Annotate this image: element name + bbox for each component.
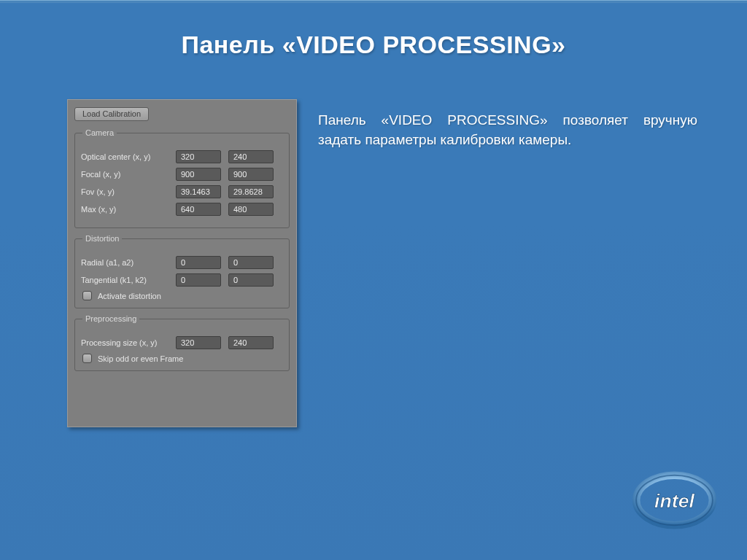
fov-label: Fov (x, y): [81, 187, 176, 196]
top-rule: [0, 0, 747, 1]
optical-center-y-input[interactable]: [228, 150, 274, 163]
processing-size-x-input[interactable]: [176, 336, 221, 349]
optical-center-label: Optical center (x, y): [81, 152, 176, 161]
fov-y-input[interactable]: [228, 185, 274, 198]
preprocessing-group: Preprocessing Processing size (x, y) Ski…: [74, 314, 290, 371]
video-processing-panel-wrapper: Load Calibration Camera Optical center (…: [67, 99, 297, 427]
optical-center-row: Optical center (x, y): [81, 150, 283, 163]
max-x-input[interactable]: [176, 203, 221, 216]
activate-distortion-checkbox[interactable]: [82, 291, 92, 300]
activate-distortion-label: Activate distortion: [98, 292, 161, 300]
fov-x-input[interactable]: [176, 185, 221, 198]
preprocessing-legend: Preprocessing: [82, 314, 139, 323]
focal-x-input[interactable]: [176, 168, 221, 181]
processing-size-row: Processing size (x, y): [81, 336, 283, 349]
radial-a1-input[interactable]: [176, 256, 221, 269]
optical-center-x-input[interactable]: [176, 150, 221, 163]
video-processing-panel: Load Calibration Camera Optical center (…: [67, 99, 297, 427]
description-text: Панель «VIDEO PROCESSING» позволяет вруч…: [318, 111, 697, 150]
focal-y-input[interactable]: [228, 168, 274, 181]
top-rule-2: [0, 2, 747, 3]
load-calibration-button[interactable]: Load Calibration: [74, 107, 149, 121]
focal-row: Focal (x, y): [81, 168, 283, 181]
processing-size-label: Processing size (x, y): [81, 338, 176, 347]
tangential-k2-input[interactable]: [228, 273, 274, 287]
intel-logo-icon: intel: [632, 471, 716, 529]
page-title: Панель «VIDEO PROCESSING»: [0, 31, 747, 59]
radial-row: Radial (a1, a2): [81, 256, 283, 269]
fov-row: Fov (x, y): [81, 185, 283, 198]
processing-size-y-input[interactable]: [228, 336, 274, 349]
skip-frame-label: Skip odd or even Frame: [98, 354, 183, 363]
activate-distortion-row: Activate distortion: [82, 291, 283, 300]
skip-frame-row: Skip odd or even Frame: [82, 354, 283, 363]
tangential-row: Tangential (k1, k2): [81, 273, 283, 287]
tangential-label: Tangential (k1, k2): [81, 276, 176, 284]
tangential-k1-input[interactable]: [176, 273, 221, 287]
svg-text:intel: intel: [654, 490, 694, 512]
distortion-legend: Distortion: [82, 234, 122, 243]
max-y-input[interactable]: [228, 203, 274, 216]
skip-frame-checkbox[interactable]: [82, 354, 92, 363]
radial-a2-input[interactable]: [228, 256, 274, 269]
radial-label: Radial (a1, a2): [81, 258, 176, 267]
camera-group: Camera Optical center (x, y) Focal (x, y…: [74, 128, 290, 228]
max-row: Max (x, y): [81, 203, 283, 216]
distortion-group: Distortion Radial (a1, a2) Tangential (k…: [74, 234, 290, 308]
max-label: Max (x, y): [81, 205, 176, 214]
camera-legend: Camera: [82, 128, 117, 137]
focal-label: Focal (x, y): [81, 170, 176, 179]
